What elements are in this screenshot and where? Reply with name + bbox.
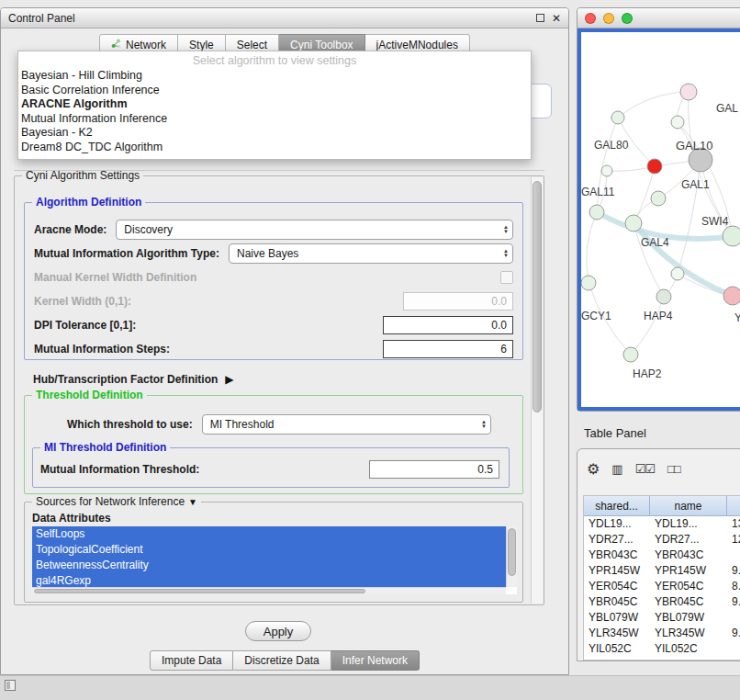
settings-scrollbar[interactable]: [531, 177, 543, 604]
table-row[interactable]: YDR27...YDR27...12: [584, 532, 740, 548]
network-node-hap4[interactable]: [656, 289, 671, 304]
tab-label: Style: [189, 39, 214, 51]
status-strip: [0, 675, 740, 700]
network-node[interactable]: [601, 165, 612, 176]
float-window-icon[interactable]: [536, 14, 544, 22]
network-node-hap2[interactable]: [623, 347, 638, 362]
mi-type-select[interactable]: Naive Bayes: [229, 243, 513, 264]
attribute-list-hscrollbar[interactable]: [32, 587, 506, 594]
network-graph[interactable]: GALGAL80GAL10GAL1GAL11SWI4GAL4YGCY1HAP4H…: [581, 32, 740, 407]
table-cell: YDL19...: [584, 516, 650, 532]
network-node-gal80[interactable]: [611, 111, 624, 124]
table-row[interactable]: YPR145WYPR145W9.: [584, 563, 740, 579]
select-all-columns-icon[interactable]: ☑☑: [635, 462, 655, 476]
close-window-icon[interactable]: [552, 12, 561, 25]
sources-group: Sources for Network Inference Data Attri…: [24, 502, 523, 603]
algorithm-option-bayesian-hill-climbing[interactable]: Bayesian - Hill Climbing: [18, 69, 531, 84]
table-panel-window: ⚙▥☑☑□□ shared...nameAYDL19...YDL19...13Y…: [577, 448, 740, 661]
column-header-name[interactable]: name: [650, 496, 727, 516]
network-node[interactable]: [671, 116, 684, 129]
mi-type-value: Naive Bayes: [237, 247, 298, 260]
data-attributes-list[interactable]: SelfLoopsTopologicalCoefficientBetweenne…: [32, 526, 517, 594]
network-icon: [111, 39, 121, 51]
table-cell: 13: [727, 516, 740, 532]
algorithm-dropdown-placeholder: Select algorithm to view settings: [18, 51, 531, 69]
data-attribute-item[interactable]: BetweennessCentrality: [32, 558, 506, 573]
mi-threshold-input[interactable]: 0.5: [369, 460, 499, 479]
column-header-shared[interactable]: shared...: [584, 496, 650, 516]
hub-section-row[interactable]: Hub/Transcription Factor Definition: [33, 369, 534, 390]
table-panel-title: Table Panel: [584, 426, 646, 440]
network-window-titlebar[interactable]: [577, 8, 740, 28]
network-canvas[interactable]: GALGAL80GAL10GAL1GAL11SWI4GAL4YGCY1HAP4H…: [581, 32, 740, 407]
table-row[interactable]: YIL052CYIL052C: [584, 641, 740, 657]
bottom-tab-infer-network[interactable]: Infer Network: [331, 650, 420, 671]
table-row[interactable]: YBR043CYBR043C: [584, 548, 740, 563]
control-panel-titlebar[interactable]: Control Panel: [1, 8, 568, 28]
table-row[interactable]: YBL079WYBL079W: [584, 610, 740, 626]
table-row[interactable]: YDL19...YDL19...13: [584, 516, 740, 532]
close-traffic-light-icon[interactable]: [585, 13, 596, 24]
network-node-label: Y: [734, 311, 740, 324]
gear-icon[interactable]: ⚙: [587, 460, 599, 478]
network-edge[interactable]: [587, 212, 597, 283]
data-attribute-item[interactable]: SelfLoops: [32, 526, 506, 542]
algorithm-dropdown-items: Bayesian - Hill ClimbingBasic Correlatio…: [18, 69, 531, 154]
aracne-mode-select[interactable]: Discovery: [116, 220, 513, 240]
network-node-gcy1[interactable]: [581, 276, 596, 290]
algorithm-option-dream8-dc-tdc-algorithm[interactable]: Dream8 DC_TDC Algorithm: [18, 141, 531, 155]
mi-steps-input[interactable]: 6: [383, 340, 513, 358]
table-row[interactable]: YBR045CYBR045C9.: [584, 594, 740, 610]
column-selector-icon[interactable]: ▥: [611, 462, 622, 476]
mi-threshold-group: MI Threshold Definition Mutual Informati…: [32, 447, 510, 488]
deselect-all-columns-icon[interactable]: □□: [667, 462, 680, 476]
network-node-swi4[interactable]: [723, 226, 740, 246]
table-toolbar: ⚙▥☑☑□□: [587, 457, 680, 480]
column-header-a[interactable]: A: [727, 496, 740, 516]
algorithm-option-aracne-algorithm[interactable]: ARACNE Algorithm: [18, 97, 531, 112]
bottom-tab-impute-data[interactable]: Impute Data: [150, 650, 233, 671]
table-cell: YBL079W: [650, 610, 727, 626]
table-cell: 12: [727, 532, 740, 548]
network-node-gal[interactable]: [680, 84, 697, 100]
mi-threshold-label: Mutual Information Threshold:: [40, 463, 199, 476]
manual-kernel-checkbox[interactable]: [500, 271, 513, 284]
table-row[interactable]: YLR345WYLR345W9.: [584, 626, 740, 641]
table-cell: 9.: [727, 626, 740, 641]
algorithm-dropdown-popup: Select algorithm to view settings Bayesi…: [17, 51, 532, 160]
dpi-tolerance-label: DPI Tolerance [0,1]:: [34, 319, 136, 332]
tab-label: jActiveMNodules: [376, 39, 458, 51]
network-node-gal4[interactable]: [625, 215, 642, 231]
dpi-tolerance-input[interactable]: 0.0: [383, 316, 513, 334]
table-cell: YBR045C: [584, 594, 650, 610]
network-edge[interactable]: [678, 160, 701, 274]
network-node-label: SWI4: [701, 215, 729, 228]
algorithm-option-bayesian-k2[interactable]: Bayesian - K2: [18, 126, 531, 141]
bottom-tab-discretize-data[interactable]: Discretize Data: [233, 650, 331, 671]
kernel-width-input[interactable]: 0.0: [403, 292, 513, 310]
table-cell: [727, 641, 740, 657]
table-cell: YBR043C: [584, 548, 650, 563]
algorithm-option-mutual-information-inference[interactable]: Mutual Information Inference: [18, 112, 531, 127]
network-edge[interactable]: [631, 297, 664, 355]
network-node-gal11[interactable]: [589, 205, 604, 220]
data-attribute-item[interactable]: TopologicalCoefficient: [32, 542, 506, 558]
attribute-table[interactable]: shared...nameAYDL19...YDL19...13YDR27...…: [583, 495, 740, 660]
sources-title[interactable]: Sources for Network Inference: [32, 495, 201, 508]
apply-button[interactable]: Apply: [245, 621, 311, 641]
network-node[interactable]: [647, 159, 662, 174]
minimize-traffic-light-icon[interactable]: [603, 13, 614, 24]
which-threshold-select[interactable]: MI Threshold: [202, 414, 491, 435]
network-node-gal1[interactable]: [651, 191, 666, 206]
algorithm-option-basic-correlation-inference[interactable]: Basic Correlation Inference: [18, 84, 531, 98]
network-node[interactable]: [671, 267, 684, 280]
network-node-y[interactable]: [723, 287, 740, 305]
attribute-list-scrollbar[interactable]: [506, 526, 517, 587]
panel-toggle-icon[interactable]: [5, 680, 16, 691]
window-buttons: [536, 12, 561, 25]
expand-right-icon[interactable]: [225, 373, 233, 386]
table-row[interactable]: YER054CYER054C8.: [584, 579, 740, 594]
network-view-window: GALGAL80GAL10GAL1GAL11SWI4GAL4YGCY1HAP4H…: [577, 7, 740, 412]
zoom-traffic-light-icon[interactable]: [622, 13, 633, 24]
collapse-down-icon[interactable]: [188, 497, 197, 507]
